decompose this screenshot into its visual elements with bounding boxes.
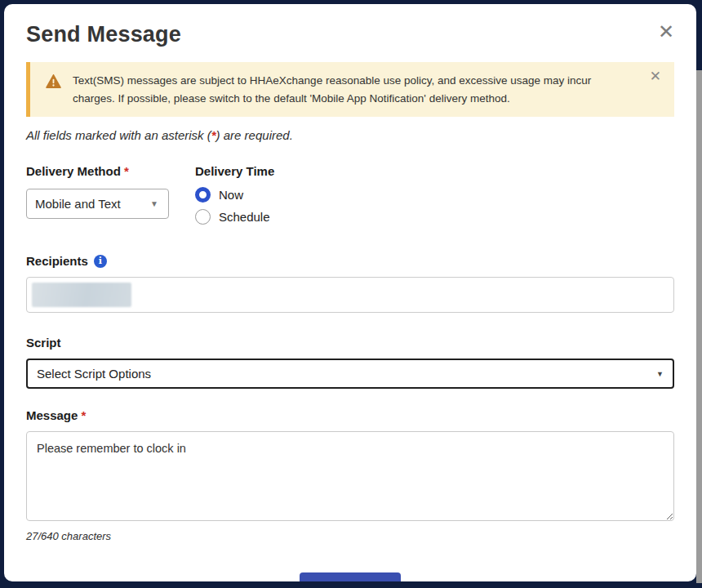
- info-icon[interactable]: i: [94, 255, 107, 268]
- dialog-actions: Broadcast: [26, 572, 674, 581]
- banner-message: Text(SMS) messages are subject to HHAeXc…: [73, 72, 636, 107]
- message-field: Message* Please remember to clock in 27/…: [26, 408, 674, 542]
- radio-unselected-icon[interactable]: [195, 209, 211, 225]
- note-prefix: All fields marked with an asterisk (: [26, 128, 211, 142]
- delivery-time-label: Delivery Time: [195, 164, 274, 178]
- required-fields-note: All fields marked with an asterisk (*) a…: [26, 128, 674, 142]
- chevron-down-icon: ▼: [150, 199, 158, 208]
- send-message-dialog: Send Message ✕ Text(SMS) messages are su…: [4, 4, 696, 581]
- dialog-header: Send Message ✕: [26, 22, 674, 47]
- delivery-time-options: Now Schedule: [195, 187, 274, 225]
- radio-schedule-label[interactable]: Schedule: [219, 210, 270, 224]
- delivery-method-select[interactable]: Mobile and Text ▼: [26, 189, 169, 219]
- recipients-label-row: Recipients i: [26, 254, 674, 268]
- character-counter: 27/640 characters: [26, 530, 674, 542]
- radio-now-label[interactable]: Now: [219, 188, 243, 202]
- delivery-row: Delivery Method* Mobile and Text ▼ Deliv…: [26, 164, 674, 231]
- sms-warning-banner: Text(SMS) messages are subject to HHAeXc…: [26, 62, 674, 117]
- delivery-method-value: Mobile and Text: [35, 197, 121, 211]
- script-label: Script: [26, 336, 674, 350]
- script-field: Script Select Script Options ▼: [26, 336, 674, 389]
- warning-triangle-icon: [46, 74, 61, 88]
- chevron-down-icon: ▼: [656, 370, 664, 378]
- required-asterisk: *: [124, 164, 129, 178]
- required-asterisk: *: [81, 408, 86, 422]
- delivery-method-label: Delivery Method*: [26, 164, 169, 178]
- recipients-field: Recipients i: [26, 254, 674, 313]
- close-icon[interactable]: ✕: [658, 22, 674, 42]
- scrollbar[interactable]: [696, 70, 702, 583]
- radio-option-schedule[interactable]: Schedule: [195, 209, 274, 225]
- dialog-title: Send Message: [26, 22, 674, 47]
- message-textarea[interactable]: Please remember to clock in: [26, 431, 674, 521]
- recipients-input[interactable]: [26, 277, 674, 313]
- radio-selected-icon[interactable]: [195, 187, 211, 203]
- delivery-time-field: Delivery Time Now Schedule: [195, 164, 274, 231]
- script-select[interactable]: Select Script Options ▼: [26, 359, 674, 389]
- recipient-chip-redacted: [32, 283, 131, 307]
- recipients-label: Recipients: [26, 254, 88, 268]
- broadcast-button[interactable]: Broadcast: [300, 572, 401, 581]
- note-suffix: ) are required.: [216, 128, 293, 142]
- script-select-value: Select Script Options: [37, 367, 151, 381]
- message-label: Message*: [26, 408, 674, 422]
- delivery-method-field: Delivery Method* Mobile and Text ▼: [26, 164, 169, 231]
- radio-option-now[interactable]: Now: [195, 187, 274, 203]
- banner-close-icon[interactable]: ✕: [650, 69, 661, 83]
